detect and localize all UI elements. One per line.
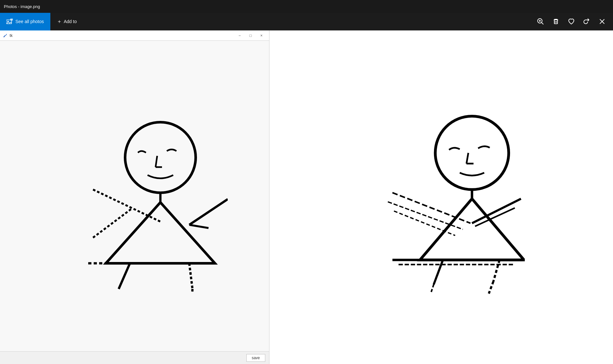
svg-line-18 <box>189 199 228 225</box>
tk-app-icon <box>3 33 8 38</box>
edit-button[interactable] <box>595 14 609 29</box>
rotate-button[interactable] <box>580 14 594 29</box>
toolbar-icons <box>533 14 613 29</box>
plus-icon: ＋ <box>57 18 62 25</box>
see-all-photos-label: See all photos <box>15 19 44 24</box>
photos-toolbar: See all photos ＋ Add to <box>0 13 613 30</box>
svg-line-19 <box>189 225 209 228</box>
svg-line-28 <box>392 193 470 223</box>
stick-figure-right-svg <box>358 98 525 297</box>
add-to-label: Add to <box>64 19 77 24</box>
svg-line-31 <box>472 199 521 223</box>
svg-line-13 <box>156 156 157 167</box>
svg-line-38 <box>489 281 493 293</box>
tk-window-controls: − □ × <box>234 32 267 39</box>
see-all-photos-button[interactable]: See all photos <box>0 13 50 30</box>
tk-close-button[interactable]: × <box>256 32 267 39</box>
svg-line-23 <box>191 289 192 292</box>
svg-line-36 <box>430 284 434 294</box>
tk-canvas-area <box>0 41 269 351</box>
svg-line-37 <box>493 260 499 282</box>
svg-line-22 <box>189 263 192 289</box>
tk-minimize-button[interactable]: − <box>234 32 245 39</box>
tk-bottom-bar: save <box>0 351 269 364</box>
add-to-button[interactable]: ＋ Add to <box>50 13 83 30</box>
stick-figure-left-svg <box>42 100 228 292</box>
delete-button[interactable] <box>549 14 563 29</box>
svg-point-24 <box>435 116 508 190</box>
tk-window-title: tk <box>10 33 234 38</box>
svg-rect-2 <box>10 19 13 21</box>
svg-rect-7 <box>554 20 558 24</box>
photos-titlebar: Photos - image.png <box>0 0 613 13</box>
favorite-button[interactable] <box>564 14 578 29</box>
svg-line-16 <box>93 190 160 222</box>
tk-titlebar: tk − □ × <box>0 30 269 41</box>
svg-line-21 <box>119 263 130 289</box>
svg-line-17 <box>93 209 132 238</box>
photos-icon <box>6 19 13 24</box>
tk-maximize-button[interactable]: □ <box>245 32 256 39</box>
svg-point-12 <box>125 122 196 193</box>
svg-line-4 <box>541 22 543 24</box>
save-button[interactable]: save <box>246 354 265 362</box>
main-content: tk − □ × <box>0 30 613 364</box>
photos-viewer <box>269 30 613 364</box>
tk-window: tk − □ × <box>0 30 269 364</box>
photos-title: Photos - image.png <box>4 4 40 9</box>
svg-line-35 <box>434 260 443 284</box>
zoom-button[interactable] <box>533 14 548 29</box>
svg-line-25 <box>466 153 468 164</box>
